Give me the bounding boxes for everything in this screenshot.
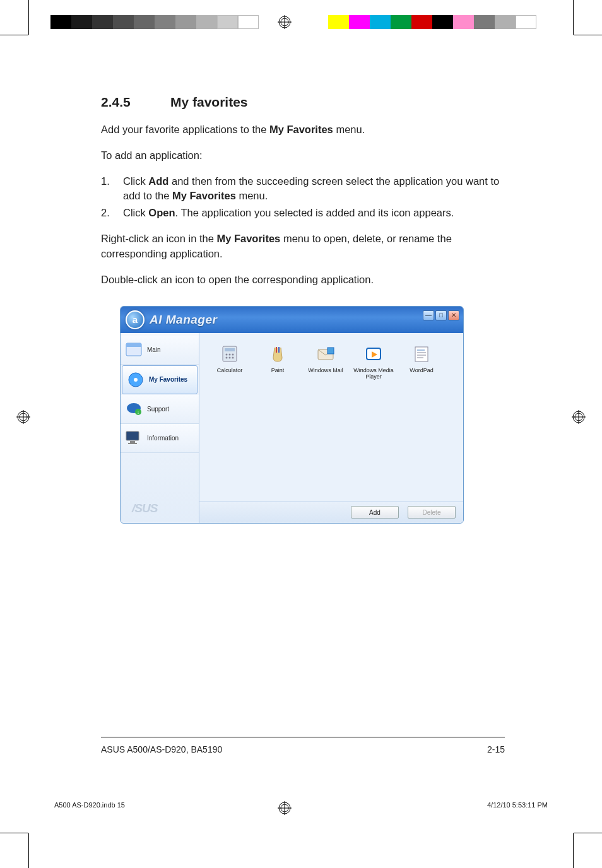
- registration-mark-icon: [572, 410, 586, 424]
- indb-filename: A500 AS-D920.indb 15: [54, 801, 125, 809]
- svg-point-28: [226, 353, 228, 355]
- favorite-item-calculator[interactable]: Calculator: [206, 344, 254, 373]
- crop-mark: [573, 0, 574, 35]
- favorite-label: WordPad: [410, 367, 433, 373]
- mail-icon: [314, 344, 337, 363]
- crop-mark: [0, 833, 28, 833]
- asus-support-icon: ↓: [124, 400, 143, 418]
- svg-rect-25: [128, 443, 137, 444]
- window-icon: [124, 341, 143, 358]
- svg-point-32: [229, 356, 231, 358]
- svg-rect-40: [415, 347, 428, 361]
- app-logo-icon: a: [126, 310, 145, 329]
- step-text: Click Add and then from the succeeding s…: [123, 174, 505, 203]
- favorite-label: Paint: [271, 367, 285, 373]
- paint-icon: [266, 344, 289, 363]
- crop-mark: [0, 35, 28, 35]
- sidebar-item-support[interactable]: ↓ Support: [121, 395, 199, 424]
- to-add-line: To add an application:: [101, 148, 505, 163]
- page-number: 2-15: [487, 744, 505, 754]
- imposition-footer: A500 AS-D920.indb 15 4/12/10 5:53:11 PM: [54, 801, 548, 809]
- doubleclick-paragraph: Double-click an icon to open the corresp…: [101, 273, 505, 287]
- registration-mark-icon: [16, 410, 30, 424]
- intro-paragraph: Add your favorite applications to the My…: [101, 122, 505, 137]
- sidebar-item-label: Support: [147, 406, 169, 413]
- sidebar-item-label: My Favorites: [149, 376, 187, 383]
- ai-manager-window: a AI Manager — □ ✕ Main: [120, 306, 464, 524]
- sidebar-item-my-favorites[interactable]: My Favorites: [122, 365, 198, 394]
- svg-point-29: [229, 353, 231, 355]
- svg-point-19: [134, 378, 138, 382]
- monitor-icon: [124, 429, 143, 447]
- svg-rect-27: [225, 348, 235, 351]
- step-text: Click Open. The application you selected…: [123, 206, 505, 220]
- step-number: 1.: [101, 174, 123, 203]
- asus-brand-text: /SUS: [132, 501, 157, 515]
- favorite-label: Calculator: [217, 367, 243, 373]
- footer-model-text: ASUS A500/AS-D920, BA5190: [101, 744, 222, 754]
- svg-point-30: [232, 353, 234, 355]
- svg-rect-24: [130, 441, 135, 443]
- title-bar[interactable]: a AI Manager — □ ✕: [121, 307, 463, 333]
- grayscale-swatch-bar: [50, 15, 259, 29]
- favorite-item-windows-mail[interactable]: Windows Mail: [302, 344, 350, 373]
- registration-mark-icon: [278, 15, 292, 29]
- calculator-icon: [218, 344, 241, 363]
- indb-timestamp: 4/12/10 5:53:11 PM: [487, 801, 548, 809]
- favorite-label: Windows Media Player: [353, 367, 394, 380]
- sidebar: Main My Favorites ↓ Support: [121, 333, 199, 523]
- sidebar-item-main[interactable]: Main: [121, 336, 199, 365]
- sidebar-item-label: Main: [147, 346, 161, 353]
- favorite-item-paint[interactable]: Paint: [254, 344, 302, 373]
- footer-rule: [101, 737, 505, 737]
- color-swatch-bar: [328, 15, 536, 29]
- crop-mark: [28, 833, 29, 868]
- sidebar-item-information[interactable]: Information: [121, 424, 199, 453]
- maximize-button[interactable]: □: [435, 310, 447, 320]
- media-player-icon: [362, 344, 385, 363]
- crop-mark: [573, 833, 574, 868]
- app-title: AI Manager: [150, 313, 217, 327]
- crop-mark: [28, 0, 29, 35]
- crop-mark: [574, 35, 602, 35]
- disc-icon: [126, 371, 145, 389]
- section-number: 2.4.5: [101, 95, 170, 110]
- svg-rect-37: [328, 348, 334, 354]
- wordpad-icon: [410, 344, 433, 363]
- favorite-item-media-player[interactable]: Windows Media Player: [350, 344, 398, 380]
- svg-point-31: [226, 356, 228, 358]
- svg-point-33: [232, 356, 234, 358]
- steps-list: 1. Click Add and then from the succeedin…: [101, 174, 505, 220]
- rightclick-paragraph: Right-click an icon in the My Favorites …: [101, 232, 505, 261]
- step-number: 2.: [101, 206, 123, 220]
- section-heading: 2.4.5 My favorites: [101, 95, 505, 110]
- svg-text:↓: ↓: [137, 410, 139, 414]
- svg-rect-23: [126, 431, 139, 440]
- minimize-button[interactable]: —: [423, 310, 434, 320]
- delete-button[interactable]: Delete: [408, 506, 456, 519]
- close-button[interactable]: ✕: [448, 310, 459, 320]
- favorites-grid: Calculator Paint Windows Mail: [199, 333, 463, 501]
- add-button[interactable]: Add: [351, 506, 399, 519]
- favorite-item-wordpad[interactable]: WordPad: [398, 344, 446, 373]
- svg-rect-17: [126, 343, 141, 347]
- section-title: My favorites: [170, 95, 248, 110]
- favorite-label: Windows Mail: [308, 367, 343, 373]
- button-bar: Add Delete: [199, 501, 463, 523]
- crop-mark: [574, 833, 602, 833]
- sidebar-item-label: Information: [147, 435, 179, 442]
- main-panel: Calculator Paint Windows Mail: [199, 333, 463, 523]
